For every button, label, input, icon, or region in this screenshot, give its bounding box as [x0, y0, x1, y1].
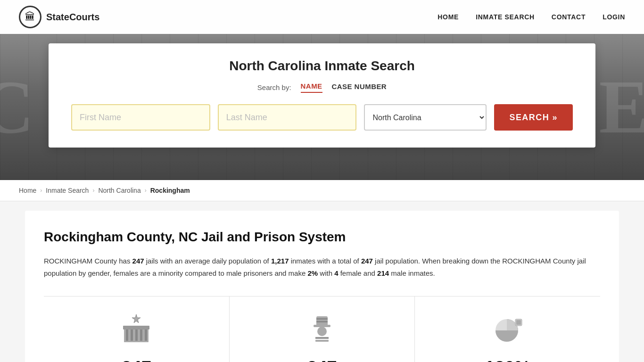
- breadcrumb-north-carolina[interactable]: North Carolina: [98, 187, 140, 194]
- county-name-inline-2: ROCKINGHAM: [502, 257, 551, 265]
- nav-contact[interactable]: CONTACT: [552, 13, 586, 21]
- svg-point-12: [317, 327, 327, 336]
- jail-rate-stat-number: 120%: [485, 358, 530, 362]
- svg-rect-2: [131, 329, 133, 341]
- svg-rect-1: [126, 329, 128, 341]
- search-by-row: Search by: NAME CASE NUMBER: [71, 82, 573, 93]
- breadcrumb: Home › Inmate Search › North Carolina › …: [0, 180, 644, 201]
- prisoner-icon: [305, 312, 339, 350]
- nav-login[interactable]: LOGIN: [603, 13, 625, 21]
- pie-chart-icon: [491, 312, 525, 350]
- search-card: North Carolina Inmate Search Search by: …: [49, 43, 595, 148]
- svg-rect-16: [315, 340, 329, 342]
- stat-jail-rate: 120% Jail Rate: [415, 296, 600, 362]
- search-by-label: Search by:: [257, 83, 291, 91]
- nav-links: HOME INMATE SEARCH CONTACT LOGIN: [438, 13, 625, 21]
- female-count: 4: [334, 269, 338, 277]
- svg-rect-11: [316, 321, 328, 322]
- female-pct: 2%: [307, 269, 318, 277]
- logo-area[interactable]: 🏛 StateCourts: [19, 6, 99, 28]
- logo-icon: 🏛: [19, 6, 41, 28]
- svg-rect-10: [316, 318, 328, 320]
- nav-home[interactable]: HOME: [438, 13, 459, 21]
- jails-stat-number: 247: [122, 358, 151, 362]
- main-content: Rockingham County, NC Jail and Prison Sy…: [25, 211, 619, 362]
- jails-count: 247: [132, 257, 144, 265]
- prisoners-stat-number: 247: [307, 358, 337, 362]
- tab-name[interactable]: NAME: [301, 82, 322, 93]
- svg-rect-19: [516, 320, 521, 325]
- breadcrumb-sep-1: ›: [40, 187, 42, 194]
- breadcrumb-current: Rockingham: [150, 187, 190, 194]
- svg-rect-3: [135, 329, 138, 341]
- avg-population: 1,217: [271, 257, 289, 265]
- county-title: Rockingham County, NC Jail and Prison Sy…: [44, 230, 600, 245]
- last-name-input[interactable]: [218, 104, 357, 131]
- first-name-input[interactable]: [71, 104, 210, 131]
- male-count: 214: [377, 269, 389, 277]
- svg-rect-5: [145, 329, 147, 341]
- breadcrumb-inmate-search[interactable]: Inmate Search: [46, 187, 89, 194]
- jail-icon: [119, 312, 153, 350]
- svg-rect-4: [140, 329, 142, 341]
- state-select[interactable]: North Carolina Alabama Alaska Arizona Ar…: [364, 104, 487, 131]
- stat-prisoners: 247 Prisoners: [230, 296, 415, 362]
- nav-inmate-search[interactable]: INMATE SEARCH: [476, 13, 535, 21]
- county-name-inline: ROCKINGHAM: [44, 257, 92, 265]
- county-description: ROCKINGHAM County has 247 jails with an …: [44, 255, 600, 279]
- search-title: North Carolina Inmate Search: [71, 58, 573, 74]
- breadcrumb-sep-2: ›: [92, 187, 94, 194]
- stats-row: 247 Jails: [44, 296, 600, 362]
- total-jail-pop: 247: [361, 257, 373, 265]
- svg-rect-6: [123, 326, 149, 329]
- hero-section: COURTHOUSE North Carolina Inmate Search …: [0, 34, 644, 180]
- svg-marker-7: [132, 314, 140, 323]
- svg-rect-15: [315, 338, 329, 339]
- search-button[interactable]: SEARCH »: [494, 104, 573, 131]
- navbar: 🏛 StateCourts HOME INMATE SEARCH CONTACT…: [0, 0, 644, 34]
- search-inputs: North Carolina Alabama Alaska Arizona Ar…: [71, 104, 573, 131]
- breadcrumb-sep-3: ›: [145, 187, 147, 194]
- stat-jails: 247 Jails: [44, 296, 230, 362]
- site-name: StateCourts: [46, 12, 99, 23]
- svg-rect-14: [315, 337, 329, 338]
- breadcrumb-home[interactable]: Home: [19, 187, 36, 194]
- tab-case-number[interactable]: CASE NUMBER: [332, 82, 387, 92]
